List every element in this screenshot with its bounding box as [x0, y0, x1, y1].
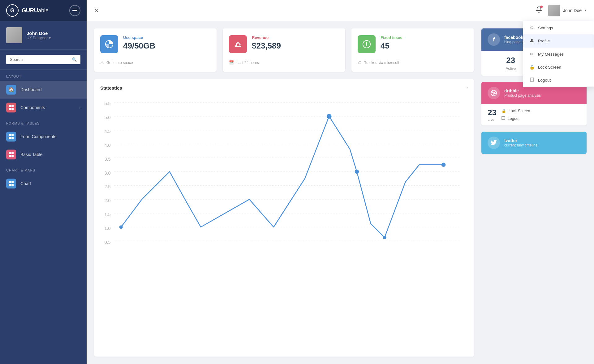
messages-icon: ✉ [529, 52, 534, 57]
svg-rect-14 [11, 155, 14, 157]
header-right: John Doe ▾ [536, 5, 587, 16]
chart-collapse-button[interactable]: ‹ [467, 86, 468, 90]
notification-dot [540, 6, 543, 8]
dribble-subtitle: Product page analysis [504, 93, 541, 98]
user-menu-button[interactable]: John Doe ▾ [548, 5, 587, 16]
svg-text:1.0: 1.0 [104, 226, 110, 231]
svg-text:3.0: 3.0 [104, 171, 110, 176]
logout-icon [529, 78, 534, 83]
chevron-right-icon: › [79, 106, 80, 109]
fixed-issue-icon: ! [358, 35, 376, 53]
fixed-issue-label: Fixed issue [381, 35, 402, 40]
svg-rect-52 [502, 116, 505, 120]
sidebar-item-label-chart: Chart [20, 181, 31, 186]
use-space-value: 49/50GB [123, 41, 155, 51]
twitter-icon [488, 137, 500, 149]
svg-rect-8 [11, 134, 14, 136]
section-label-layout: Layout [0, 70, 87, 81]
dribble-lock-screen-item[interactable]: 🔒 Lock Screen [501, 107, 580, 115]
sidebar-item-basic-table[interactable]: Basic Table [0, 146, 87, 163]
form-components-nav-icon [6, 132, 16, 142]
dropdown-label-profile: Profile [538, 39, 550, 43]
chart-nav-icon [6, 179, 16, 188]
search-input[interactable] [10, 57, 69, 62]
revenue-label: Revenue [252, 35, 281, 40]
chart-card: Statestics ‹ 5.5 5.0 4.5 4.0 3.5 3.0 2.5… [94, 79, 474, 357]
stat-card-use-space: Use space 49/50GB ⚠ Get more space [94, 28, 217, 72]
dribble-card: dribble Product page analysis 23 Live 🔒 [481, 82, 587, 125]
left-column: Use space 49/50GB ⚠ Get more space [94, 28, 474, 357]
dribble-logout-label: Logout [508, 116, 519, 121]
sidebar-item-chart[interactable]: Chart [0, 175, 87, 193]
svg-rect-3 [9, 105, 11, 107]
hamburger-button[interactable] [69, 5, 80, 16]
brand-name: GURUable [22, 7, 49, 14]
dropdown-label-lock: Lock Screen [538, 65, 561, 70]
svg-text:5.0: 5.0 [104, 115, 110, 120]
use-space-footer: ⚠ Get more space [100, 57, 210, 65]
svg-rect-12 [11, 152, 14, 154]
svg-text:0.5: 0.5 [104, 240, 110, 245]
svg-rect-2 [72, 12, 77, 12]
sidebar-item-form-components[interactable]: Form Components [0, 128, 87, 146]
chevron-down-icon: ▾ [49, 36, 51, 40]
dribble-live-value: 23 [488, 108, 497, 117]
dropdown-item-lock-screen[interactable]: 🔒 Lock Screen [523, 61, 594, 74]
sidebar-role[interactable]: UX Designer ▾ [27, 36, 51, 40]
svg-rect-18 [11, 184, 14, 186]
sidebar-search-wrapper: 🔍 [0, 50, 87, 70]
svg-text:2.5: 2.5 [104, 184, 110, 189]
sidebar-item-components[interactable]: Components › [0, 99, 87, 116]
fixed-issue-footer: 🏷 Tracked via microsoft [358, 57, 468, 65]
use-space-label: Use space [123, 35, 155, 40]
notification-button[interactable] [536, 6, 542, 15]
svg-point-47 [355, 170, 359, 174]
lock-icon: 🔒 [529, 65, 534, 70]
dribble-body: 23 Live 🔒 Lock Screen [481, 104, 587, 125]
dropdown-item-settings[interactable]: ⚙ Settings [523, 21, 594, 34]
revenue-icon [229, 35, 247, 53]
revenue-footer: 📅 Last 24 hours [229, 57, 339, 65]
header-username: John Doe [563, 8, 582, 13]
dropdown-item-profile[interactable]: Profile [523, 34, 594, 48]
search-icon: 🔍 [72, 57, 77, 62]
revenue-value: $23,589 [252, 41, 281, 51]
warning-icon: ⚠ [100, 60, 104, 65]
dribble-live-label: Live [488, 117, 497, 122]
close-button[interactable]: ✕ [94, 7, 99, 14]
dropdown-item-logout[interactable]: Logout [523, 74, 594, 87]
dribble-logout-item[interactable]: Logout [501, 115, 580, 122]
svg-rect-11 [9, 152, 11, 154]
dropdown-label-messages: My Messages [538, 52, 564, 57]
svg-rect-15 [9, 181, 11, 183]
header-avatar [548, 5, 560, 16]
chart-title: Statestics [100, 85, 122, 91]
dribble-menu: 🔒 Lock Screen Logout [501, 107, 580, 122]
dropdown-label-settings: Settings [538, 26, 553, 30]
sidebar-item-label-components: Components [20, 105, 45, 110]
svg-text:4.0: 4.0 [104, 143, 110, 148]
sidebar-logo: G GURUable [0, 0, 87, 21]
dropdown-menu: ⚙ Settings Profile ✉ My Messages 🔒 Lock … [523, 21, 594, 87]
twitter-card-header: twitter current new timeline [481, 132, 587, 154]
fixed-issue-value: 45 [381, 41, 402, 51]
profile-icon [529, 38, 534, 44]
header: ✕ John Doe ▾ ⚙ Settings [87, 0, 594, 21]
svg-rect-17 [9, 184, 11, 186]
sidebar-username: John Doe [27, 31, 51, 36]
sidebar-item-label-basic-table: Basic Table [20, 152, 42, 157]
tag-icon: 🏷 [358, 60, 362, 65]
stat-card-fixed-issue: ! Fixed issue 45 🏷 Tracked via microsoft [351, 28, 474, 72]
chart-wrapper: 5.5 5.0 4.5 4.0 3.5 3.0 2.5 2.0 1.5 1.0 … [100, 95, 468, 249]
section-label-charts: Chart & Maps [0, 163, 87, 175]
dropdown-item-messages[interactable]: ✉ My Messages [523, 48, 594, 61]
svg-text:2.0: 2.0 [104, 198, 110, 203]
dribble-logout-icon [501, 116, 505, 121]
svg-rect-13 [9, 155, 11, 157]
components-nav-icon [6, 103, 16, 112]
sidebar-item-dashboard[interactable]: 🏠 Dashboard [0, 81, 87, 99]
twitter-card: twitter current new timeline [481, 132, 587, 154]
svg-rect-9 [9, 137, 11, 139]
svg-point-49 [383, 236, 386, 239]
svg-point-46 [119, 225, 123, 229]
